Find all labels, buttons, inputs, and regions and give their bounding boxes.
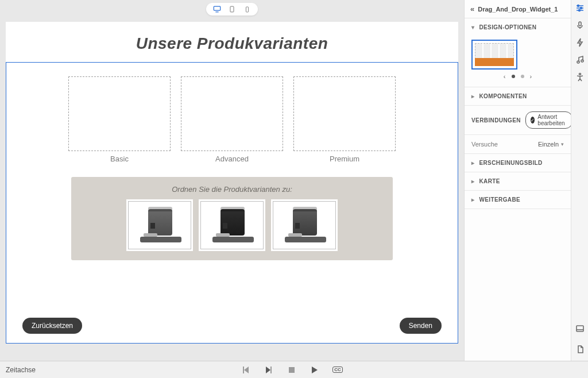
step-back-button[interactable] bbox=[241, 365, 250, 375]
edit-answer-button[interactable]: ✓ Antwort bearbeiten bbox=[525, 111, 572, 129]
timeline-bar: Zeitachse CC bbox=[0, 361, 588, 378]
drag-card-2[interactable] bbox=[199, 199, 265, 251]
drag-card-1[interactable] bbox=[126, 199, 193, 251]
properties-icon[interactable] bbox=[575, 3, 585, 13]
svg-rect-6 bbox=[579, 22, 581, 26]
reset-button[interactable]: Zurücksetzen bbox=[22, 318, 82, 334]
playback-controls: CC bbox=[241, 365, 342, 375]
dropzone-label: Premium bbox=[293, 155, 396, 163]
device-preview-bar bbox=[0, 0, 464, 16]
canvas-area: Unsere Produkvarianten Basic Advanced bbox=[0, 0, 464, 361]
section-header-design[interactable]: ▾ DESIGN-OPTIONEN bbox=[465, 18, 571, 36]
svg-rect-10 bbox=[577, 326, 583, 331]
inspector-header[interactable]: « Drag_And_Drop_Widget_1 bbox=[465, 0, 571, 18]
bolt-icon[interactable] bbox=[575, 38, 585, 47]
chevron-down-icon: ▾ bbox=[471, 24, 474, 30]
svg-rect-1 bbox=[230, 6, 234, 12]
dropzone-advanced[interactable]: Advanced bbox=[181, 76, 283, 163]
right-icon-rail bbox=[571, 0, 588, 361]
captions-button[interactable]: CC bbox=[333, 365, 342, 375]
device-phone-icon[interactable] bbox=[243, 5, 251, 13]
slide-selection[interactable]: Basic Advanced Premium Ordnen Sie die Pr… bbox=[6, 62, 458, 344]
attempts-row: Versuche Einzeln ▾ bbox=[465, 135, 571, 154]
dropzone-label: Advanced bbox=[181, 155, 283, 163]
coffee-machine-icon bbox=[209, 207, 255, 244]
chevron-right-icon: ▸ bbox=[471, 160, 474, 166]
play-button[interactable] bbox=[310, 365, 319, 375]
svg-rect-0 bbox=[214, 6, 220, 10]
microphone-icon[interactable] bbox=[575, 21, 585, 30]
section-header-weitergabe[interactable]: ▸ WEITERGABE bbox=[465, 191, 571, 209]
panel-icon[interactable] bbox=[575, 324, 585, 333]
slide-title[interactable]: Unsere Produkvarianten bbox=[6, 22, 458, 62]
coffee-machine-icon bbox=[137, 207, 183, 244]
accessibility-icon[interactable] bbox=[575, 72, 585, 82]
pager-prev-icon[interactable]: ‹ bbox=[504, 73, 506, 80]
send-button[interactable]: Senden bbox=[400, 318, 442, 334]
svg-point-7 bbox=[577, 61, 579, 63]
music-icon[interactable] bbox=[575, 55, 585, 64]
device-pill bbox=[206, 3, 258, 16]
svg-rect-2 bbox=[246, 7, 248, 12]
dropzone-premium[interactable]: Premium bbox=[293, 76, 396, 163]
chevron-down-icon: ▾ bbox=[561, 141, 564, 147]
inspector-panel: « Drag_And_Drop_Widget_1 ▾ DESIGN-OPTION… bbox=[465, 0, 571, 361]
design-pager: ‹ › bbox=[471, 73, 564, 80]
timeline-label[interactable]: Zeitachse bbox=[6, 366, 36, 374]
svg-point-8 bbox=[581, 60, 583, 62]
chevron-right-icon: ▸ bbox=[471, 178, 474, 184]
stage: Unsere Produkvarianten Basic Advanced bbox=[6, 22, 458, 344]
document-icon[interactable] bbox=[575, 345, 585, 354]
step-forward-button[interactable] bbox=[264, 365, 273, 375]
section-header-komponenten[interactable]: ▸ KOMPONENTEN bbox=[465, 87, 571, 105]
pager-next-icon[interactable]: › bbox=[530, 73, 532, 80]
section-header-erscheinung[interactable]: ▸ ERSCHEINUNGSBILD bbox=[465, 154, 571, 172]
device-desktop-icon[interactable] bbox=[213, 5, 221, 13]
design-thumbnail[interactable] bbox=[471, 40, 517, 70]
stop-button[interactable] bbox=[287, 365, 296, 375]
chevron-right-icon: ▸ bbox=[471, 196, 474, 203]
drag-card-3[interactable] bbox=[271, 199, 338, 251]
section-header-karte[interactable]: ▸ KARTE bbox=[465, 172, 571, 190]
chevron-right-icon: ▸ bbox=[471, 93, 474, 99]
pager-dot[interactable] bbox=[512, 75, 515, 78]
section-design: ▾ DESIGN-OPTIONEN ‹ › bbox=[465, 18, 571, 87]
source-instruction: Ordnen Sie die Produktvarianten zu: bbox=[79, 185, 385, 194]
check-icon: ✓ bbox=[531, 117, 535, 124]
device-tablet-icon[interactable] bbox=[228, 5, 236, 13]
coffee-machine-icon bbox=[281, 207, 327, 244]
widget-name: Drag_And_Drop_Widget_1 bbox=[478, 6, 558, 13]
attempts-select[interactable]: Einzeln ▾ bbox=[538, 141, 564, 148]
dropzone-row: Basic Advanced Premium bbox=[22, 76, 442, 163]
pager-dot[interactable] bbox=[521, 75, 524, 78]
svg-point-9 bbox=[579, 74, 581, 75]
dropzone-label: Basic bbox=[68, 155, 171, 163]
drag-source-area: Ordnen Sie die Produktvarianten zu: bbox=[71, 177, 393, 260]
section-verbindungen: VERBINDUNGEN ✓ Antwort bearbeiten bbox=[465, 106, 571, 135]
back-icon[interactable]: « bbox=[470, 5, 474, 13]
dropzone-basic[interactable]: Basic bbox=[68, 76, 171, 163]
